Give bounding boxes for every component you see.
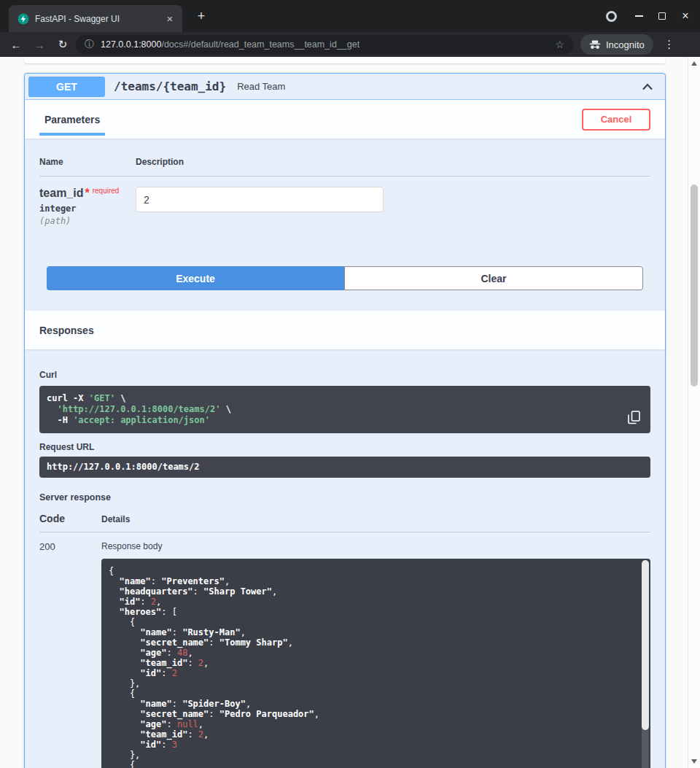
- scroll-up-icon[interactable]: [691, 61, 697, 66]
- url-path: /docs#/default/read_team_teams__team_id_…: [161, 39, 359, 50]
- parameter-value-cell: [136, 187, 384, 226]
- opblock-summary[interactable]: GET /teams/{team_id} Read Team: [25, 74, 665, 100]
- previous-block-partial: [24, 57, 666, 63]
- tab-close-icon[interactable]: ×: [163, 12, 176, 25]
- back-button[interactable]: ←: [4, 39, 28, 51]
- browser-menu-icon[interactable]: ⋮: [658, 38, 681, 51]
- status-code: 200: [39, 541, 101, 768]
- response-body-scrollbar[interactable]: [642, 560, 649, 768]
- curl-command: curl -X 'GET' \ 'http://127.0.0.1:8000/t…: [47, 393, 643, 426]
- bookmark-star-icon[interactable]: ☆: [555, 39, 564, 50]
- curl-label: Curl: [39, 370, 650, 380]
- new-tab-button[interactable]: +: [192, 8, 210, 26]
- request-url-value: http://127.0.0.1:8000/teams/2: [39, 457, 650, 478]
- parameter-info: team_id*required integer (path): [39, 187, 136, 226]
- responses-title: Responses: [39, 325, 94, 336]
- site-info-icon[interactable]: ⓘ: [85, 38, 94, 51]
- responses-section-header: Responses: [25, 311, 665, 349]
- maximize-button[interactable]: [650, 0, 674, 32]
- incognito-icon: [589, 40, 601, 50]
- parameter-name-text: team_id: [39, 187, 83, 199]
- reload-button[interactable]: ↻: [51, 38, 74, 51]
- response-table-header: Code Details: [39, 513, 650, 532]
- url-host: 127.0.0.1:8000: [101, 39, 161, 50]
- cancel-button[interactable]: Cancel: [582, 109, 650, 131]
- method-badge: GET: [28, 77, 105, 97]
- maximize-icon: [658, 12, 666, 20]
- execute-row: Execute Clear: [47, 266, 643, 290]
- minimize-button[interactable]: [627, 0, 650, 32]
- fastapi-favicon-icon: [18, 13, 29, 25]
- column-header-name: Name: [39, 157, 136, 167]
- column-header-details: Details: [101, 514, 130, 524]
- parameters-section-header: Parameters Cancel: [25, 100, 665, 139]
- response-body-json: { "name": "Preventers", "headquarters": …: [109, 566, 633, 768]
- clear-button[interactable]: Clear: [344, 266, 643, 290]
- close-button[interactable]: ×: [674, 0, 697, 32]
- tab-title: FastAPI - Swagger UI: [35, 14, 163, 24]
- minimize-icon: [635, 15, 643, 17]
- browser-titlebar: FastAPI - Swagger UI × + ×: [0, 0, 700, 32]
- parameter-type: integer: [39, 203, 136, 214]
- endpoint-path: /teams/{team_id}: [114, 79, 226, 93]
- response-body-label: Response body: [101, 541, 650, 551]
- response-body-block: { "name": "Preventers", "headquarters": …: [101, 559, 650, 768]
- url-text: 127.0.0.1:8000/docs#/default/read_team_t…: [101, 39, 555, 50]
- window-controls: ×: [606, 0, 697, 32]
- parameter-row: team_id*required integer (path): [39, 177, 650, 226]
- column-header-code: Code: [39, 513, 101, 524]
- endpoint-summary: Read Team: [237, 81, 285, 92]
- media-controls-icon[interactable]: [606, 11, 617, 22]
- browser-toolbar: ← → ↻ ⓘ 127.0.0.1:8000/docs#/default/rea…: [0, 32, 700, 57]
- parameters-table-header: Name Description: [39, 157, 650, 177]
- tab-parameters-label: Parameters: [44, 114, 100, 125]
- response-body-scrollbar-thumb[interactable]: [642, 560, 649, 730]
- parameter-location: (path): [39, 216, 136, 226]
- tab-parameters[interactable]: Parameters: [39, 100, 105, 139]
- team-id-input[interactable]: [136, 187, 384, 212]
- responses-content: Curl curl -X 'GET' \ 'http://127.0.0.1:8…: [25, 349, 665, 768]
- execute-button[interactable]: Execute: [47, 266, 344, 290]
- address-bar[interactable]: ⓘ 127.0.0.1:8000/docs#/default/read_team…: [76, 35, 573, 55]
- copy-icon[interactable]: [626, 408, 642, 426]
- parameter-name: team_id*required: [39, 187, 136, 200]
- required-star: *: [85, 187, 89, 199]
- response-details: Response body { "name": "Preventers", "h…: [101, 541, 650, 768]
- response-row: 200 Response body { "name": "Preventers"…: [39, 532, 650, 768]
- scroll-down-icon[interactable]: [691, 759, 697, 764]
- curl-block: curl -X 'GET' \ 'http://127.0.0.1:8000/t…: [39, 386, 650, 433]
- page-scrollbar-thumb[interactable]: [691, 185, 698, 387]
- collapse-chevron-icon[interactable]: [642, 83, 653, 90]
- request-url-label: Request URL: [39, 442, 650, 452]
- page-scrollbar[interactable]: [688, 57, 700, 768]
- incognito-label: Incognito: [606, 39, 645, 50]
- forward-button[interactable]: →: [28, 39, 51, 51]
- swagger-page: GET /teams/{team_id} Read Team Parameter…: [0, 57, 700, 768]
- server-response-label: Server response: [39, 492, 650, 503]
- incognito-badge: Incognito: [580, 34, 653, 55]
- parameters-content: Name Description team_id*required intege…: [25, 139, 665, 311]
- opblock-get: GET /teams/{team_id} Read Team Parameter…: [24, 73, 666, 768]
- column-header-description: Description: [136, 157, 184, 167]
- required-label: required: [93, 187, 120, 195]
- browser-tab[interactable]: FastAPI - Swagger UI ×: [9, 5, 182, 32]
